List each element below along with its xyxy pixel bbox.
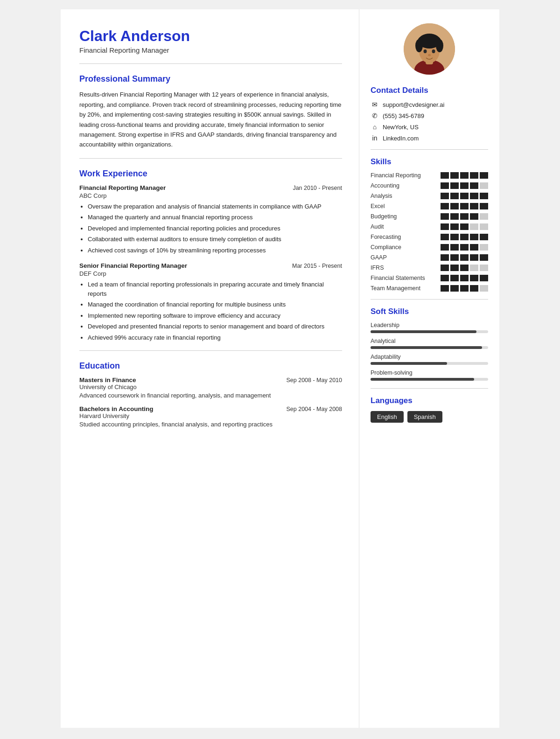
list-item: Developed and presented financial report… [88, 322, 342, 331]
skill-bar-segment [450, 275, 459, 281]
svg-point-9 [424, 49, 427, 53]
skill-bars [441, 244, 488, 251]
soft-lang-divider [371, 388, 488, 389]
skill-bar-segment [460, 172, 469, 179]
skill-bar-segment [470, 275, 478, 281]
svg-point-8 [432, 36, 441, 46]
skills-soft-divider [371, 299, 488, 300]
soft-skill-name: Problem-solving [371, 370, 488, 376]
skills-title: Skills [371, 157, 488, 167]
soft-skill-bar-fill [371, 346, 482, 349]
skill-bar-segment [470, 182, 478, 189]
skill-bar-segment [460, 275, 469, 281]
skill-bar-segment [460, 244, 469, 251]
contact-value: NewYork, US [383, 124, 419, 131]
skill-bars [441, 213, 488, 220]
skill-bar-segment [460, 234, 469, 240]
skill-bar-segment [441, 244, 449, 251]
skill-bars [441, 193, 488, 199]
skill-bar-segment [460, 182, 469, 189]
skill-name: Budgeting [371, 213, 441, 220]
skill-bars [441, 275, 488, 281]
soft-skill-bar-fill [371, 378, 474, 381]
skill-bar-segment [441, 234, 449, 240]
skill-bar-segment [470, 285, 478, 292]
job-company: ABC Corp [79, 192, 342, 199]
contact-value: LinkedIn.com [383, 135, 419, 142]
skill-name: Forecasting [371, 234, 441, 240]
svg-point-7 [418, 36, 427, 46]
skill-name: Financial Statements [371, 275, 441, 281]
skill-bar-segment [480, 244, 488, 251]
skill-bar-segment [470, 234, 478, 240]
skill-bar-segment [450, 223, 459, 230]
skill-bar-segment [470, 223, 478, 230]
contact-title: Contact Details [371, 86, 488, 95]
education-divider [79, 350, 342, 351]
skill-row: Compliance [371, 244, 488, 251]
skill-row: Audit [371, 223, 488, 230]
skill-bar-segment [441, 213, 449, 220]
skill-name: IFRS [371, 265, 441, 271]
skill-bar-segment [441, 182, 449, 189]
skill-bar-segment [450, 213, 459, 220]
skill-bars [441, 254, 488, 261]
skill-bar-segment [470, 254, 478, 261]
soft-skill-bar-bg [371, 346, 488, 349]
job-block: Senior Financial Reporting Manager Mar 2… [79, 262, 342, 342]
language-badge: Spanish [407, 411, 442, 423]
skill-row: Financial Reporting [371, 172, 488, 179]
skill-name: Team Management [371, 285, 441, 292]
job-date: Jan 2010 - Present [293, 185, 342, 191]
skill-bar-segment [441, 203, 449, 209]
soft-skills-container: Leadership Analytical Adaptability Probl… [371, 322, 488, 381]
skill-bar-segment [450, 265, 459, 271]
job-title: Financial Reporting Manager [79, 184, 166, 191]
list-item: Managed the quarterly and annual financi… [88, 213, 342, 222]
skill-bar-segment [460, 254, 469, 261]
contact-item: ✉ support@cvdesigner.ai [371, 101, 488, 108]
skill-bar-segment [441, 172, 449, 179]
soft-skill-block: Analytical [371, 338, 488, 349]
skill-bars [441, 223, 488, 230]
skill-bar-segment [480, 172, 488, 179]
avatar [404, 23, 455, 75]
edu-date: Sep 2004 - May 2008 [286, 406, 342, 412]
skill-name: Excel [371, 203, 441, 209]
language-badge: English [371, 411, 404, 423]
contact-container: ✉ support@cvdesigner.ai ✆ (555) 345-6789… [371, 101, 488, 142]
skill-bar-segment [450, 203, 459, 209]
skill-bar-segment [470, 172, 478, 179]
skill-bar-segment [441, 193, 449, 199]
job-bullets: Led a team of financial reporting profes… [88, 280, 342, 342]
skill-bar-segment [480, 223, 488, 230]
skill-name: Audit [371, 223, 441, 230]
skill-name: Financial Reporting [371, 172, 441, 179]
soft-skill-block: Leadership [371, 322, 488, 333]
skill-bar-segment [441, 285, 449, 292]
jobs-container: Financial Reporting Manager Jan 2010 - P… [79, 184, 342, 342]
skill-bars [441, 172, 488, 179]
list-item: Developed and implemented financial repo… [88, 224, 342, 233]
candidate-name: Clark Anderson [79, 28, 342, 44]
contact-icon: ✉ [371, 101, 379, 108]
soft-skill-block: Adaptability [371, 354, 488, 365]
work-experience-title: Work Experience [79, 169, 342, 179]
skill-bars [441, 182, 488, 189]
skill-bar-segment [441, 223, 449, 230]
skill-row: GAAP [371, 254, 488, 261]
list-item: Collaborated with external auditors to e… [88, 235, 342, 244]
languages-title: Languages [371, 396, 488, 405]
skill-bar-segment [460, 203, 469, 209]
skill-bars [441, 203, 488, 209]
skill-bars [441, 285, 488, 292]
skill-name: Compliance [371, 244, 441, 251]
education-title: Education [79, 361, 342, 371]
list-item: Achieved 99% accuracy rate in financial … [88, 333, 342, 342]
skill-bar-segment [450, 234, 459, 240]
skill-name: Accounting [371, 182, 441, 189]
contact-skills-divider [371, 149, 488, 150]
svg-point-11 [428, 54, 431, 56]
skill-bar-segment [460, 213, 469, 220]
soft-skill-name: Leadership [371, 322, 488, 328]
